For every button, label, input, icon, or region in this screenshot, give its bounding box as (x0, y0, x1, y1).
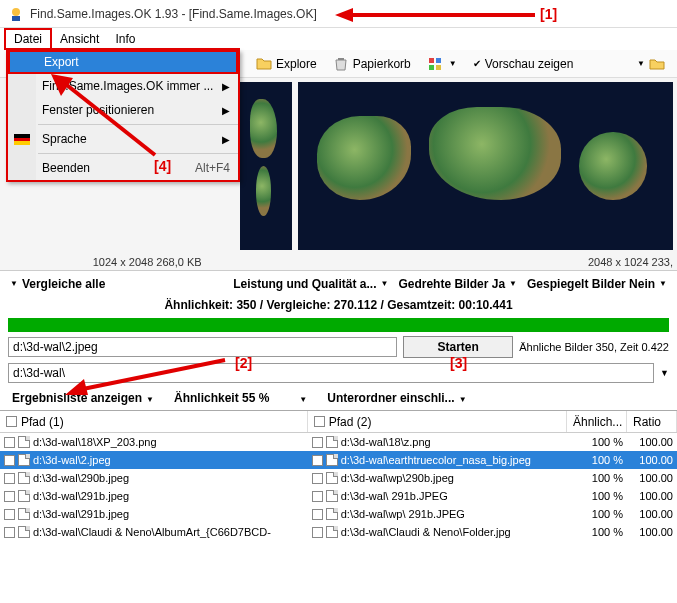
dd-sprache-label: Sprache (42, 132, 87, 146)
file-icon (326, 472, 338, 484)
cell-ratio: 100.00 (627, 454, 677, 466)
cell-path: d:\3d-wal\ 291b.JPEG (341, 490, 448, 502)
checkbox[interactable] (312, 455, 323, 466)
dd-beenden[interactable]: BeendenAlt+F4 (8, 156, 238, 180)
checkbox[interactable] (312, 527, 323, 538)
paint-icon (427, 56, 443, 72)
tb-tool[interactable]: ▼ (421, 54, 463, 74)
tb-folder-open[interactable]: ▼ (629, 54, 671, 74)
cell-path: d:\3d-wal\2.jpeg (33, 454, 111, 466)
preview-right-image[interactable] (298, 82, 673, 250)
preview-left-image[interactable] (240, 82, 292, 250)
tb-vorschau[interactable]: ✔Vorschau zeigen (467, 55, 580, 73)
list-filters: Ergebnisliste anzeigen▼ Ähnlichkeit 55 %… (0, 386, 677, 410)
table-row[interactable]: d:\3d-wal\18\XP_203.png (0, 433, 308, 451)
folder-open-icon (649, 56, 665, 72)
chevron-down-icon: ▼ (449, 59, 457, 68)
cell-path: d:\3d-wal\Claudi & Neno\AlbumArt_{C66D7B… (33, 526, 271, 538)
cell-ratio: 100.00 (627, 472, 677, 484)
table-row[interactable]: d:\3d-wal\2.jpeg (0, 451, 308, 469)
checkbox[interactable] (4, 437, 15, 448)
checkbox[interactable] (4, 455, 15, 466)
file-icon (326, 490, 338, 502)
table-row[interactable]: d:\3d-wal\wp\ 291b.JPEG100 %100.00 (308, 505, 677, 523)
flag-de-icon (14, 134, 30, 145)
file-icon (18, 454, 30, 466)
dd-always[interactable]: Find.Same.Images.OK immer ...▶ (8, 74, 238, 98)
table-row[interactable]: d:\3d-wal\Claudi & Neno\Folder.jpg100 %1… (308, 523, 677, 541)
preview-right-info: 2048 x 1024 233, (294, 254, 677, 270)
current-path-input[interactable] (8, 337, 397, 357)
tb-papierkorb[interactable]: Papierkorb (327, 54, 417, 74)
window-title: Find.Same.Images.OK 1.93 - [Find.Same.Im… (30, 7, 317, 21)
dd-always-label: Find.Same.Images.OK immer ... (42, 79, 213, 93)
checkbox[interactable] (314, 416, 325, 427)
lf-subfolder[interactable]: Unterordner einschli...▼ (327, 391, 466, 405)
cell-sim: 100 % (567, 508, 627, 520)
checkbox[interactable] (312, 491, 323, 502)
th-ratio[interactable]: Ratio (627, 411, 677, 432)
checkbox[interactable] (4, 473, 15, 484)
cell-ratio: 100.00 (627, 436, 677, 448)
compare-filters: ▼Vergleiche alle Leistung und Qualität a… (0, 270, 677, 296)
th-path1[interactable]: Pfad (1) (0, 411, 308, 432)
cell-sim: 100 % (567, 472, 627, 484)
checkbox[interactable] (312, 473, 323, 484)
cell-path: d:\3d-wal\18\z.png (341, 436, 431, 448)
chevron-down-icon[interactable]: ▼ (660, 368, 669, 378)
table-row[interactable]: d:\3d-wal\ 291b.JPEG100 %100.00 (308, 487, 677, 505)
lf-similarity[interactable]: Ähnlichkeit 55 %▼ (174, 391, 307, 405)
svg-rect-4 (436, 58, 441, 63)
cell-path: d:\3d-wal\earthtruecolor_nasa_big.jpeg (341, 454, 531, 466)
cell-sim: 100 % (567, 490, 627, 502)
file-icon (18, 508, 30, 520)
file-icon (326, 454, 338, 466)
preview-left-info: 1024 x 2048 268,0 KB (0, 254, 294, 270)
th-similarity[interactable]: Ähnlich... (567, 411, 627, 432)
checkbox[interactable] (312, 437, 323, 448)
table-row[interactable]: d:\3d-wal\Claudi & Neno\AlbumArt_{C66D7B… (0, 523, 308, 541)
progress-bar (8, 318, 669, 332)
file-icon (326, 436, 338, 448)
table-row[interactable]: d:\3d-wal\291b.jpeg (0, 487, 308, 505)
folder-path-input[interactable] (8, 363, 654, 383)
chevron-right-icon: ▶ (222, 134, 230, 145)
menu-datei[interactable]: Datei (4, 28, 52, 50)
checkbox[interactable] (312, 509, 323, 520)
filter-leistung[interactable]: Leistung und Qualität a...▼ (233, 277, 388, 291)
current-path-row: Starten Ähnliche Bilder 350, Zeit 0.422 (0, 334, 677, 360)
dd-export[interactable]: Export (8, 50, 238, 74)
table-row[interactable]: d:\3d-wal\291b.jpeg (0, 505, 308, 523)
lf-ergebnis[interactable]: Ergebnisliste anzeigen▼ (12, 391, 154, 405)
results-table: Pfad (1) d:\3d-wal\18\XP_203.pngd:\3d-wa… (0, 410, 677, 541)
svg-rect-3 (429, 58, 434, 63)
cell-path: d:\3d-wal\wp\ 291b.JPEG (341, 508, 465, 520)
table-row[interactable]: d:\3d-wal\18\z.png100 %100.00 (308, 433, 677, 451)
filter-compare-all[interactable]: ▼Vergleiche alle (10, 277, 105, 291)
checkbox[interactable] (4, 527, 15, 538)
checkbox[interactable] (4, 509, 15, 520)
svg-rect-5 (429, 65, 434, 70)
svg-point-0 (12, 8, 20, 16)
tb-explore[interactable]: Explore (250, 54, 323, 74)
start-button[interactable]: Starten (403, 336, 513, 358)
file-icon (326, 508, 338, 520)
table-row[interactable]: d:\3d-wal\290b.jpeg (0, 469, 308, 487)
table-row[interactable]: d:\3d-wal\wp\290b.jpeg100 %100.00 (308, 469, 677, 487)
menu-info[interactable]: Info (107, 30, 143, 48)
dd-position[interactable]: Fenster positionieren▶ (8, 98, 238, 122)
table-row[interactable]: d:\3d-wal\earthtruecolor_nasa_big.jpeg10… (308, 451, 677, 469)
checkbox[interactable] (4, 491, 15, 502)
table-left: Pfad (1) d:\3d-wal\18\XP_203.pngd:\3d-wa… (0, 411, 308, 541)
menu-ansicht[interactable]: Ansicht (52, 30, 107, 48)
th-path2[interactable]: Pfad (2) (308, 411, 567, 432)
filter-gespiegelt[interactable]: Gespiegelt Bilder Nein▼ (527, 277, 667, 291)
checkbox[interactable] (6, 416, 17, 427)
cell-ratio: 100.00 (627, 508, 677, 520)
datei-dropdown: Export Find.Same.Images.OK immer ...▶ Fe… (6, 50, 240, 182)
cell-path: d:\3d-wal\291b.jpeg (33, 508, 129, 520)
filter-gedrehte[interactable]: Gedrehte Bilder Ja▼ (398, 277, 517, 291)
trash-icon (333, 56, 349, 72)
dd-sprache[interactable]: Sprache▶ (8, 127, 238, 151)
svg-rect-2 (338, 58, 344, 60)
